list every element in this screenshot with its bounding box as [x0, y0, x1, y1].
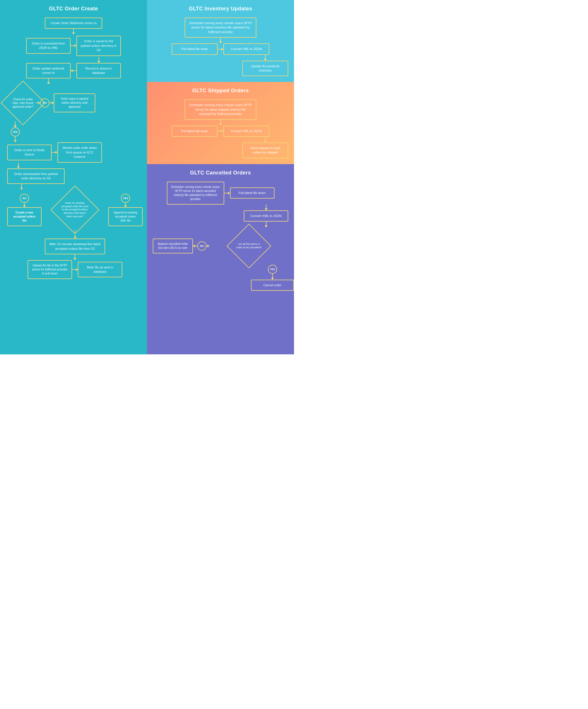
parked-until-box: Order stays in parked orders directory u…	[54, 94, 95, 112]
yes-cancelled-row: YES Cancel order	[153, 265, 288, 291]
diamond-container: Check for order risks. Has Kount approve…	[7, 84, 39, 122]
cancelled-arrow2	[266, 221, 267, 227]
row2: Order update webhook comes in Record is …	[6, 63, 141, 79]
arrow-upload	[72, 269, 78, 270]
no2-col: NO Create a new accepted orders file	[7, 194, 41, 226]
arrow5	[21, 184, 22, 190]
inv-arrow-row2	[153, 55, 288, 61]
after15-box: After 15 minutes download the latest acc…	[45, 239, 105, 254]
shipped-arrow2	[265, 137, 265, 142]
no-branch-cancelled: Append cancelled order line item SKU's t…	[153, 239, 209, 254]
shipped-panel: GLTC Shipped Orders Scheduler running ev…	[147, 82, 294, 164]
are-all-items-diamond: Are all line items in order to be cancel…	[226, 224, 271, 268]
after15-row: After 15 minutes download the latest acc…	[7, 239, 143, 254]
inventory-panel: GLTC Inventory Updates Scheduler running…	[147, 0, 294, 82]
cancelled-pull-box: Pull latest file down	[230, 187, 275, 199]
create-new-box: Create a new accepted orders file	[7, 207, 41, 226]
inv-convert-box: Convert XML to JSON	[223, 44, 269, 55]
saved-parked-box: Order is saved to the parked orders dire…	[76, 36, 121, 56]
arrow-redis	[52, 152, 57, 153]
shipped-arrow1	[220, 120, 221, 126]
yes-branch-row: YES	[7, 122, 143, 142]
arrow-row5	[7, 254, 143, 260]
order-update-box: Order update webhook comes in	[26, 63, 71, 79]
shipped-arrow-wrapper	[242, 137, 288, 142]
shipped-arrow-row2	[153, 137, 288, 142]
check-risks-text: Check for order risks. Has Kount approve…	[9, 96, 37, 110]
worker-pulls-box: Worker pulls order down from queue on EC…	[57, 142, 102, 162]
does-existing-diamond: Does an existing accepted order file exi…	[51, 185, 99, 234]
arrow-no2-down	[24, 203, 25, 207]
redis-box: Order is sent to Redis Queue	[7, 145, 52, 160]
cancelled-diamond-row: Append cancelled order line item SKU's t…	[153, 227, 288, 265]
yes2-badge: YES	[121, 194, 130, 203]
does-existing-text: Does an existing accepted order file exi…	[59, 200, 91, 219]
inv-arrow-wrapper	[242, 55, 288, 61]
cancelled-row1: Scheduler running every minute scans SFT…	[153, 182, 288, 205]
arrow-row3	[7, 163, 143, 168]
inventory-title: GLTC Inventory Updates	[153, 6, 288, 12]
arrow-wrapper4	[7, 184, 36, 190]
arrow-right1	[71, 45, 76, 46]
arrow-row	[6, 57, 141, 63]
shipped-flow: Scheduler running every minute scans SFT…	[153, 100, 288, 158]
webhook-in-box: Create Order Webhook comes in	[45, 18, 102, 29]
inv-arrow2	[265, 55, 265, 61]
are-all-items-text: Are all line items in order to be cancel…	[234, 241, 263, 251]
left-panel: GLTC Order Create Create Order Webhook c…	[0, 0, 147, 354]
cancelled-arrow-r1	[224, 193, 230, 193]
inv-update-row: Update the products inventory	[153, 61, 288, 76]
shipped-row1: Pull latest file down Convert XML to JSO…	[153, 126, 288, 137]
inv-flow: Scheduler running every minute scans SFT…	[153, 18, 288, 76]
shipped-request-row: Send request to mark orders as shipped	[153, 142, 288, 158]
arrow4	[18, 163, 19, 168]
cancelled-arrow1	[266, 205, 267, 210]
shipped-title: GLTC Shipped Orders	[153, 88, 288, 94]
arrow-no	[36, 103, 40, 103]
yes-col: YES	[7, 122, 23, 142]
inv-arrow-r	[218, 49, 223, 49]
arrow-yes-down2	[15, 136, 16, 142]
arrow3	[48, 78, 49, 84]
shipped-convert-box: Convert XML to JSON	[223, 126, 269, 137]
downloaded-box: Order downloaded from parked order direc…	[7, 168, 64, 184]
redis-row: Order is sent to Redis Queue Worker pull…	[7, 142, 143, 162]
arrow1	[73, 29, 74, 34]
arrow-wrapper	[76, 57, 121, 63]
arrow-left-no2	[206, 246, 209, 246]
yes2-col: YES Append to existing accepted orders X…	[108, 194, 143, 226]
shipped-request-box: Send request to mark orders as shipped	[242, 142, 288, 158]
inv-arrow1	[220, 38, 221, 44]
cancelled-arrow-row2	[153, 221, 288, 227]
cancelled-panel: GLTC Cancelled Orders Scheduler running …	[147, 164, 294, 354]
arrow-wrapper2	[26, 78, 71, 84]
mark-sent-box: Mark file as sent in database	[78, 262, 122, 278]
downloaded-row: Order downloaded from parked order direc…	[7, 168, 143, 184]
right-panels: GLTC Inventory Updates Scheduler running…	[147, 0, 294, 354]
yes-cancelled-badge: YES	[268, 265, 277, 274]
cancelled-title: GLTC Cancelled Orders	[153, 170, 288, 176]
spacer-right	[71, 78, 121, 84]
arrow-yes2-down	[125, 203, 126, 207]
json-xml-box: Order is converted from JSON to XML	[26, 38, 71, 54]
inv-row1: Pull latest file down Convert XML to JSO…	[153, 44, 288, 55]
dashed-row	[7, 230, 143, 239]
arrow-left-no	[193, 246, 197, 246]
cancelled-scheduler-box: Scheduler running every minute scans SFT…	[167, 182, 224, 205]
arrow-wrapper3	[7, 163, 29, 168]
arrow-no2	[49, 103, 54, 103]
yes-badge: YES	[10, 127, 20, 136]
no-cancelled-badge: NO	[197, 241, 206, 251]
arrow-left1	[71, 71, 76, 71]
cancelled-convert-box: Convert XML to JSON	[244, 210, 288, 221]
cancel-order-box: Cancel order	[251, 280, 294, 291]
row1: Order is converted from JSON to XML Orde…	[6, 36, 141, 56]
inv-update-box: Update the products inventory	[242, 61, 288, 76]
diamond-row: Check for order risks. Has Kount approve…	[7, 84, 143, 122]
diamond2-row: NO Create a new accepted orders file Doe…	[7, 190, 143, 230]
dashed-arrow	[75, 230, 75, 239]
arrow-yes-cancelled	[272, 274, 273, 280]
upload-sftp-box: Upload the file to the SFTP server for f…	[28, 260, 72, 279]
shipped-arrow-r	[218, 131, 223, 131]
left-title: GLTC Order Create	[49, 6, 98, 12]
